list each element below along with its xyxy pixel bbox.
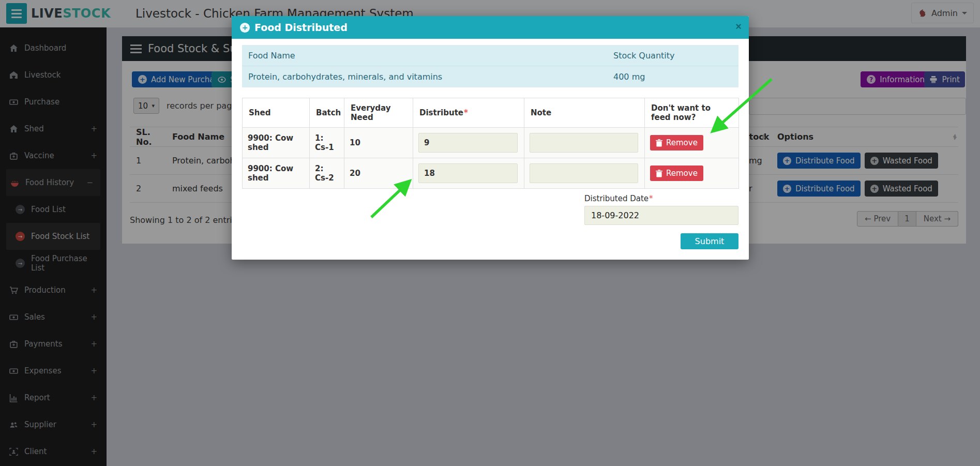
trash-icon (656, 139, 662, 147)
modal-title: + Food Distributed (240, 22, 348, 33)
remove-button[interactable]: Remove (650, 166, 703, 181)
required-asterisk: * (464, 108, 468, 117)
col-batch: Batch (310, 98, 344, 128)
distributed-date-block: Distributed Date* (584, 194, 738, 225)
col-dont-feed: Don't want to feed now? (645, 98, 739, 128)
col-note: Note (524, 98, 645, 128)
food-distributed-modal: + Food Distributed × Food Name Stock Qua… (232, 16, 749, 260)
distribution-table: Shed Batch Everyday Need Distribute* Not… (242, 98, 739, 189)
food-info-header-row: Food Name Stock Quantity (242, 45, 738, 66)
note-input[interactable] (530, 133, 638, 153)
food-name-label: Food Name (242, 51, 613, 61)
distribution-row: 9900: Cow shed 1: Cs-1 10 Remove (243, 128, 739, 158)
distribution-header-row: Shed Batch Everyday Need Distribute* Not… (243, 98, 739, 128)
col-distribute: Distribute* (413, 98, 524, 128)
note-input[interactable] (530, 163, 638, 183)
batch-cell: 1: Cs-1 (310, 128, 344, 158)
col-everyday-need: Everyday Need (344, 98, 413, 128)
plus-circle-icon: + (240, 23, 250, 33)
modal-body: Food Name Stock Quantity Protein, carboh… (232, 39, 749, 260)
food-info-table: Food Name Stock Quantity Protein, carboh… (242, 45, 738, 87)
trash-icon (656, 170, 662, 177)
shed-cell: 9900: Cow shed (243, 158, 310, 189)
app-root: LIVESTOCK Livestock - Chicken Farm Manag… (0, 0, 980, 466)
batch-cell: 2: Cs-2 (310, 158, 344, 189)
food-name-value: Protein, carbohydrates, minerals, and vi… (242, 72, 613, 82)
stock-quantity-value: 400 mg (613, 72, 738, 82)
close-icon[interactable]: × (735, 21, 742, 32)
modal-header: + Food Distributed × (232, 16, 749, 39)
distributed-date-input[interactable] (584, 206, 738, 225)
distribute-input[interactable] (418, 133, 518, 153)
required-asterisk: * (649, 194, 653, 203)
shed-cell: 9900: Cow shed (243, 128, 310, 158)
submit-button[interactable]: Submit (681, 233, 738, 249)
stock-quantity-label: Stock Quantity (613, 51, 738, 61)
need-cell: 20 (344, 158, 413, 189)
remove-button[interactable]: Remove (650, 135, 703, 151)
distribution-row: 9900: Cow shed 2: Cs-2 20 Remove (243, 158, 739, 189)
col-shed: Shed (243, 98, 310, 128)
need-cell: 10 (344, 128, 413, 158)
distribute-input[interactable] (418, 163, 518, 183)
distributed-date-label: Distributed Date* (584, 194, 738, 203)
food-info-value-row: Protein, carbohydrates, minerals, and vi… (242, 66, 738, 87)
